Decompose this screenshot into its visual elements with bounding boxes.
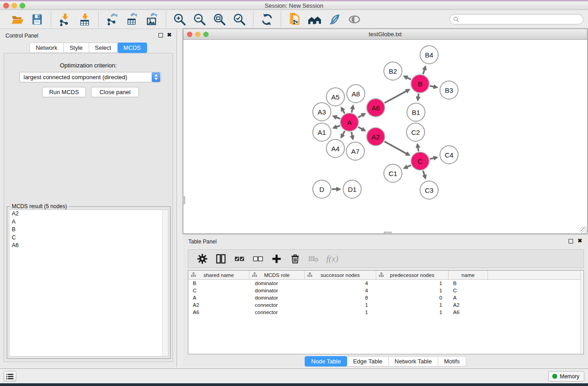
tab-select[interactable]: Select <box>89 43 118 53</box>
save-session-icon[interactable] <box>30 12 44 27</box>
zoom-selected-icon[interactable] <box>232 12 247 27</box>
graph-edge-A-A6[interactable] <box>358 114 365 117</box>
mcds-result-item[interactable]: B <box>10 226 168 234</box>
graph-node-D1[interactable]: D1 <box>343 180 362 199</box>
search-field[interactable] <box>449 14 583 24</box>
mcds-result-item[interactable]: A6 <box>10 242 168 250</box>
column-header-shared-name[interactable]: shared name <box>188 271 249 279</box>
select-all-icon[interactable] <box>234 253 245 265</box>
close-panel-icon[interactable]: ✖ <box>578 238 582 243</box>
graph-node-B2[interactable]: B2 <box>383 62 402 81</box>
graph-edge-A-A7[interactable] <box>351 132 353 139</box>
task-history-button[interactable] <box>4 371 16 381</box>
mcds-result-item[interactable]: C <box>10 234 168 242</box>
graph-node-D[interactable]: D <box>312 180 331 199</box>
graph-node-A7[interactable]: A7 <box>346 142 365 161</box>
tab-network[interactable]: Network <box>29 43 64 53</box>
tab-network-table[interactable]: Network Table <box>389 356 438 367</box>
table-settings-icon[interactable] <box>196 253 208 265</box>
column-header-mcds-role[interactable]: MCDS role <box>249 271 305 279</box>
export-table-icon[interactable] <box>125 12 139 27</box>
close-traffic-light[interactable] <box>3 3 9 9</box>
run-mcds-button[interactable]: Run MCDS <box>42 87 86 97</box>
table-scrollbar[interactable] <box>580 271 583 354</box>
graph-node-A8[interactable]: A8 <box>346 84 365 103</box>
graph-node-C3[interactable]: C3 <box>420 181 439 200</box>
graph-node-A[interactable]: A <box>340 113 359 132</box>
export-network-icon[interactable] <box>105 12 120 27</box>
graph-edge-B-B2[interactable] <box>404 76 411 79</box>
tab-mcds[interactable]: MCDS <box>118 43 147 53</box>
graph-node-C[interactable]: C <box>411 152 430 171</box>
float-panel-icon[interactable] <box>158 33 163 38</box>
graph-edge-A-A2[interactable] <box>358 127 365 131</box>
graph-edge-A2-C[interactable] <box>384 142 409 155</box>
mcds-result-item[interactable]: A2 <box>10 210 168 218</box>
graph-edge-A-A4[interactable] <box>341 131 345 138</box>
window-resize-grip[interactable] <box>580 227 587 233</box>
tab-edge-table[interactable]: Edge Table <box>347 356 389 367</box>
close-panel-icon[interactable]: ✖ <box>167 32 172 38</box>
graph-edge-A-A8[interactable] <box>352 105 353 112</box>
add-column-icon[interactable] <box>271 253 282 265</box>
graph-edge-A-A5[interactable] <box>341 108 344 114</box>
table-row[interactable]: Bdominator41B <box>188 280 583 287</box>
graph-edge-A-A1[interactable] <box>333 125 340 128</box>
tab-node-table[interactable]: Node Table <box>305 356 347 367</box>
graph-node-B3[interactable]: B3 <box>440 81 459 100</box>
table-row[interactable]: Adominator80A <box>188 294 583 301</box>
graph-edge-B-B1[interactable] <box>418 94 419 100</box>
graph-edge-C-C4[interactable] <box>430 157 437 159</box>
select-stepper-icon[interactable] <box>152 72 160 82</box>
delete-column-icon[interactable] <box>289 253 301 265</box>
export-image-icon[interactable] <box>145 12 159 27</box>
zoom-traffic-light[interactable] <box>19 3 25 9</box>
criterion-select[interactable]: largest connected component (directed) <box>19 72 161 82</box>
column-header-name[interactable]: name <box>449 271 488 279</box>
tab-style[interactable]: Style <box>64 43 89 53</box>
home-view-icon[interactable] <box>307 12 322 27</box>
import-network-icon[interactable] <box>57 12 72 27</box>
network-minimize-traffic-light[interactable] <box>195 32 201 37</box>
graph-node-C2[interactable]: C2 <box>406 123 425 142</box>
show-hide-eye-icon[interactable] <box>347 12 362 27</box>
graph-node-A1[interactable]: A1 <box>312 123 331 142</box>
table-row[interactable]: A2connector11A2 <box>188 301 583 309</box>
mcds-result-item[interactable]: A <box>10 218 168 226</box>
table-row[interactable]: A6connector11A6 <box>188 309 583 316</box>
column-header-successor-nodes[interactable]: successor nodes <box>305 271 376 279</box>
graph-node-A6[interactable]: A6 <box>366 98 385 117</box>
refresh-layout-icon[interactable] <box>260 12 274 27</box>
panel-splitter-handle[interactable] <box>183 196 185 204</box>
zoom-in-icon[interactable] <box>172 12 187 27</box>
network-close-traffic-light[interactable] <box>187 32 192 37</box>
app-titlebar[interactable]: Session: New Session <box>0 1 588 10</box>
graph-edge-B-B4[interactable] <box>423 67 425 74</box>
minimize-traffic-light[interactable] <box>11 3 17 9</box>
deselect-all-icon[interactable] <box>252 253 264 265</box>
graph-edge-C-C3[interactable] <box>423 171 425 178</box>
close-panel-button[interactable]: Close panel <box>91 87 139 97</box>
column-header-predecessor-nodes[interactable]: predecessor nodes <box>376 271 449 279</box>
graphics-details-icon[interactable] <box>327 12 342 27</box>
graph-node-C1[interactable]: C1 <box>383 164 402 183</box>
graph-node-B[interactable]: B <box>411 74 430 93</box>
import-table-icon[interactable] <box>77 12 92 27</box>
graph-node-C4[interactable]: C4 <box>440 145 459 164</box>
graph-node-B4[interactable]: B4 <box>420 45 439 64</box>
memory-button[interactable]: Memory <box>548 371 584 381</box>
network-from-file-icon[interactable] <box>287 12 302 27</box>
network-window-titlebar[interactable]: testGlobe.txt <box>183 29 587 40</box>
graph-node-A4[interactable]: A4 <box>326 139 345 158</box>
graph-edge-B-B3[interactable] <box>430 86 437 88</box>
mcds-result-list[interactable]: A2ABCA6 <box>9 210 168 357</box>
graph-node-A2[interactable]: A2 <box>366 127 385 146</box>
network-canvas[interactable]: B4B2BB3A5A8A6B1A3AC2A1A2A4A7C4CC1C3DD1 <box>183 40 587 234</box>
zoom-fit-icon[interactable] <box>212 12 227 27</box>
search-input[interactable] <box>459 14 583 24</box>
list-scrollbar[interactable] <box>162 210 168 356</box>
open-session-icon[interactable] <box>10 12 24 27</box>
zoom-out-icon[interactable] <box>192 12 207 27</box>
panel-splitter-handle[interactable] <box>384 232 392 234</box>
graph-edge-A-A3[interactable] <box>333 116 340 119</box>
